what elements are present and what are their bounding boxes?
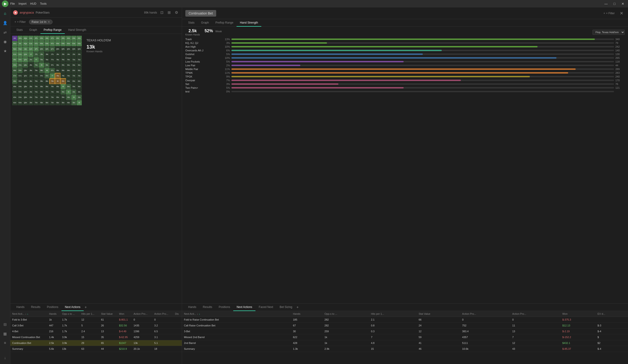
grid-cell[interactable]: 42o [66,100,71,105]
export-icon[interactable]: ⊞ [167,10,171,15]
tab-stats[interactable]: Stats [13,26,26,34]
grid-cell[interactable]: KTo [17,57,23,62]
sidebar-item-person[interactable]: 👤 [1,19,9,27]
grid-cell[interactable]: T8o [34,68,39,73]
grid-cell[interactable]: Q4o [23,89,28,95]
grid-cell[interactable]: A8s [44,36,50,41]
grid-cell[interactable]: QJo [23,52,28,57]
add-filter-button[interactable]: + + Filter [13,20,27,24]
grid-cell[interactable]: Q6s [55,47,60,52]
grid-cell[interactable]: Q3o [23,95,28,100]
flop-dropdown[interactable]: Flop, Texas Hold'em [592,30,625,35]
col-hands[interactable]: Hands [47,311,60,317]
btab-results[interactable]: Results [28,303,44,311]
grid-cell[interactable]: 94o [39,89,44,95]
grid-cell[interactable]: 43s [71,89,77,95]
grid-cell[interactable]: QTo [23,57,28,62]
grid-cell[interactable]: 44 [66,89,71,95]
grid-cell[interactable]: J3o [28,95,33,100]
grid-cell[interactable]: 74o [50,89,55,95]
grid-cell[interactable]: 82o [44,100,50,105]
grid-cell[interactable]: 99 [39,62,44,68]
grid-cell[interactable]: K6s [55,41,60,46]
grid-cell[interactable]: JTo [28,57,33,62]
grid-cell[interactable]: 82s [77,68,82,73]
grid-cell[interactable]: 74s [66,73,71,78]
grid-cell[interactable]: J9s [39,52,44,57]
sidebar-item-layers[interactable]: ≡ [1,339,9,347]
table-row[interactable]: 4-Bet 216 1.7k 2.4 13 $-4.49 1396 6.5 [10,328,182,334]
grid-cell[interactable]: 88 [44,68,50,73]
grid-cell[interactable]: J8o [28,68,33,73]
rcol-ap2[interactable]: Action Pro... [510,311,560,317]
grid-cell[interactable]: A7o [12,73,17,78]
grid-cell[interactable]: J3s [71,52,77,57]
grid-cell[interactable]: A9o [12,62,17,68]
table-row[interactable]: Call 3-Bet 447 1.7k 5 26 $32.56 1435 3.2 [10,323,182,328]
grid-cell[interactable]: 73s [71,73,77,78]
tab-preflop-range[interactable]: Preflop Range [40,26,65,34]
grid-cell[interactable]: J6s [55,52,60,57]
grid-cell[interactable]: K3o [17,95,23,100]
btab-hands[interactable]: Hands [13,303,28,311]
grid-cell[interactable]: J4o [28,89,33,95]
grid-cell[interactable]: 92s [77,62,82,68]
grid-cell[interactable]: 93s [71,62,77,68]
grid-cell[interactable]: A9s [39,36,44,41]
rcol-hands[interactable]: Hands [291,311,322,317]
grid-cell[interactable]: AA [12,36,17,41]
cbet-title-button[interactable]: Continuation Bet [185,10,216,17]
grid-cell[interactable]: AJs [28,36,33,41]
grid-cell[interactable]: K2o [17,100,23,105]
grid-cell[interactable]: Q3s [71,47,77,52]
grid-cell[interactable]: 76o [50,79,55,84]
right-add-tab-button[interactable]: + [297,305,299,309]
table-row[interactable]: 3-Bet 30 259 0.3 12 383.4 13 $-2.19 $-4 [182,328,628,334]
grid-cell[interactable]: 52o [61,100,66,105]
grid-cell[interactable]: J2s [77,52,82,57]
grid-cell[interactable]: 62s [77,79,82,84]
sidebar-item-home[interactable]: ⌂ [1,9,9,18]
close-button[interactable]: ✕ [620,0,626,7]
grid-cell[interactable]: AJo [12,52,17,57]
grid-cell[interactable]: 84s [66,68,71,73]
grid-cell[interactable]: A2o [12,100,17,105]
grid-cell[interactable]: 95s [61,62,66,68]
grid-cell[interactable]: T2s [77,57,82,62]
grid-cell[interactable]: 95o [39,84,44,89]
grid-cell[interactable]: J7s [50,52,55,57]
grid-cell[interactable]: ATs [34,36,39,41]
menu-hud[interactable]: HUD [30,2,36,5]
grid-cell[interactable]: Q5o [23,84,28,89]
grid-cell[interactable]: J2o [28,100,33,105]
grid-cell[interactable]: 98o [39,68,44,73]
grid-cell[interactable]: 83s [71,68,77,73]
grid-cell[interactable]: KQo [17,47,23,52]
grid-cell[interactable]: KTs [34,41,39,46]
btab-next-actions[interactable]: Next Actions [62,303,84,311]
table-row[interactable]: Fold to 3-Bet 1k 1.7k 12 61 $-801.1 0 0 [10,317,182,323]
grid-cell[interactable]: 85o [44,84,50,89]
grid-cell[interactable]: J9o [28,62,33,68]
grid-cell[interactable]: 63s [71,79,77,84]
grid-cell[interactable]: J7o [28,73,33,78]
col-won[interactable]: Won [117,311,132,317]
rtab-stats[interactable]: Stats [185,19,198,27]
grid-cell[interactable]: 77 [50,73,55,78]
rtab-hand-strength[interactable]: Hand Strength [236,19,261,27]
grid-cell[interactable]: A4s [66,36,71,41]
grid-cell[interactable]: A6s [55,36,60,41]
grid-cell[interactable]: Q2o [23,100,28,105]
grid-cell[interactable]: K9s [39,41,44,46]
grid-cell[interactable]: A7s [50,36,55,41]
tab-hand-strength[interactable]: Hand Strength [65,26,89,34]
grid-cell[interactable]: J8s [44,52,50,57]
grid-cell[interactable]: 97s [50,62,55,68]
grid-cell[interactable]: QJs [28,47,33,52]
grid-cell[interactable]: JTs [34,52,39,57]
grid-cell[interactable]: T3s [71,57,77,62]
sidebar-item-filter[interactable]: ⊟ [1,320,9,328]
grid-cell[interactable]: 72s [77,73,82,78]
grid-cell[interactable]: 83o [44,95,50,100]
grid-cell[interactable]: JJ [28,52,33,57]
